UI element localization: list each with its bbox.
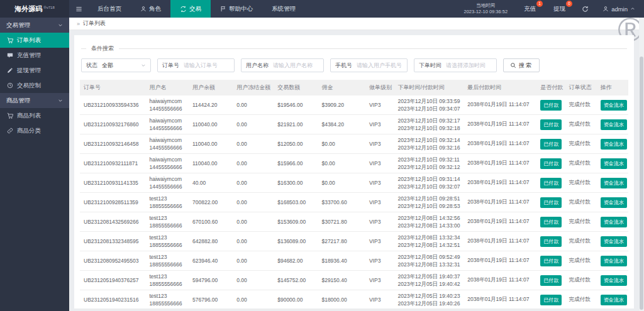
paid-status-button[interactable]: 已付款 (540, 197, 562, 208)
paid-status-button[interactable]: 已付款 (540, 178, 562, 188)
user-phone-text: 18855556666 (150, 241, 186, 249)
exchange-icon (180, 6, 187, 13)
status-cell: 完成付款 (565, 212, 597, 232)
vertical-scrollbar[interactable] (639, 18, 644, 311)
menu-item-label: 角色 (149, 5, 161, 13)
user-cell: test123 18855556666 (146, 271, 189, 290)
fund-flow-button[interactable]: 资金流水 (601, 197, 627, 208)
hamburger-icon (75, 6, 82, 13)
sidebar-item-goods-list[interactable]: 商品列表 (0, 108, 69, 123)
pay-time-text: 2023年12月05日 19:40:26 (398, 300, 460, 307)
menu-item-trade[interactable]: 交易 (170, 0, 211, 18)
sidebar-item-label: 商品列表 (17, 112, 41, 120)
amount-cell: $136089.00 (274, 232, 318, 251)
user-phone-text: 18855556666 (150, 202, 186, 210)
paid-cell: 已付款 (536, 290, 565, 310)
sidebar-group-trade[interactable]: 交易管理 (0, 18, 69, 33)
paid-status-button[interactable]: 已付款 (540, 158, 562, 169)
amount-cell: $21921.00 (274, 115, 318, 134)
sidebar-toggle-button[interactable] (69, 0, 88, 18)
user-menu[interactable]: admin (596, 0, 644, 18)
amount-cell: $94682.00 (274, 251, 318, 271)
status-select[interactable]: 状态 全部 (81, 58, 151, 72)
link-icon (7, 128, 13, 134)
commission-cell: $18000.00 (318, 290, 365, 310)
pay-time-text: 2023年12月08日 14:32:51 (398, 241, 460, 249)
status-cell: 完成付款 (565, 154, 597, 173)
user-name-input[interactable] (273, 62, 323, 68)
fund-flow-button[interactable]: 资金流水 (601, 236, 627, 247)
menu-item-home[interactable]: 后台首页 (88, 0, 131, 18)
last-pay-time-cell: 2038年01月19日 11:14:07 (464, 173, 536, 193)
col-order-no: 订单号 (80, 80, 146, 95)
sidebar-item-goods-category[interactable]: 商品分类 (0, 123, 69, 138)
last-pay-time-cell: 2038年01月19日 11:14:07 (464, 193, 536, 212)
sidebar-item-recharge[interactable]: 充值管理 (0, 48, 69, 63)
sidebar-group-goods[interactable]: 商品管理 (0, 93, 69, 108)
amount-cell: $153609.00 (274, 212, 318, 232)
fund-flow-button[interactable]: 资金流水 (601, 158, 627, 169)
phone-input[interactable] (357, 62, 407, 68)
order-time-input[interactable] (446, 62, 496, 68)
fund-flow-button[interactable]: 资金流水 (601, 139, 627, 150)
user-name-text: haiwaiymcom (150, 117, 186, 124)
recharge-badge: 1 (536, 1, 543, 7)
sidebar-item-withdraw[interactable]: 提现管理 (0, 63, 69, 78)
paid-status-button[interactable]: 已付款 (540, 100, 562, 111)
paid-status-button[interactable]: 已付款 (540, 119, 562, 130)
col-last-pay-time: 最后付款时间 (464, 80, 536, 95)
menu-item-role[interactable]: 角色 (131, 0, 170, 18)
chevron-up-icon (630, 6, 635, 11)
order-pay-time-cell: 2023年12月08日 13:32:34 2023年12月08日 14:32:5… (394, 232, 464, 251)
frozen-cell: 0.00 (233, 134, 274, 154)
menu-item-help[interactable]: 帮助中心 (211, 0, 262, 18)
order-no-input[interactable] (184, 62, 234, 68)
user-phone-text: 14455556666 (150, 144, 186, 151)
withdraw-button[interactable]: 提现 0 (545, 0, 574, 18)
table-row: UB2312100932146458 haiwaiymcom 144555566… (80, 134, 628, 154)
paid-status-button[interactable]: 已付款 (540, 275, 562, 286)
fund-flow-button[interactable]: 资金流水 (601, 256, 627, 266)
paid-status-button[interactable]: 已付款 (540, 217, 562, 227)
menu-item-system[interactable]: 系统管理 (262, 0, 305, 18)
paid-status-button[interactable]: 已付款 (540, 256, 562, 266)
fund-flow-button[interactable]: 资金流水 (601, 178, 627, 188)
fund-flow-button[interactable]: 资金流水 (601, 100, 627, 111)
frozen-cell: 0.00 (233, 232, 274, 251)
paid-status-button[interactable]: 已付款 (540, 236, 562, 247)
paid-status-button[interactable]: 已付款 (540, 139, 562, 150)
fund-flow-button[interactable]: 资金流水 (601, 217, 627, 227)
cart-icon (7, 37, 13, 43)
paid-status-button[interactable]: 已付款 (540, 295, 562, 305)
order-no-cell: UB2312100932111871 (80, 154, 146, 173)
user-name-text: test123 (150, 234, 186, 241)
user-name-text: haiwaiymcom (150, 156, 186, 163)
search-button[interactable]: 搜索 (503, 58, 540, 72)
fund-flow-button[interactable]: 资金流水 (601, 119, 627, 130)
col-commission: 佣金 (318, 80, 365, 95)
fund-flow-button[interactable]: 资金流水 (601, 275, 627, 286)
amount-cell: $12050.00 (274, 134, 318, 154)
refresh-button[interactable] (574, 0, 596, 18)
chevron-down-icon (141, 63, 146, 68)
scrollbar-thumb[interactable] (640, 57, 643, 310)
fund-flow-button[interactable]: 资金流水 (601, 295, 627, 305)
recharge-button[interactable]: 充值 1 (515, 0, 545, 18)
balance-cell: 40.00 (189, 173, 233, 193)
user-name-text: test123 (150, 253, 186, 261)
commission-cell: $3909.20 (318, 95, 365, 115)
commission-cell: $30721.80 (318, 212, 365, 232)
sidebar-item-order-list[interactable]: 订单列表 (0, 33, 69, 48)
table-row: UB2312051940231516 test123 18855556666 5… (80, 290, 628, 310)
level-cell: VIP3 (365, 271, 394, 290)
commission-cell: $27217.80 (318, 232, 365, 251)
sidebar-item-trade-control[interactable]: 交易控制 (0, 78, 69, 93)
status-cell: 完成付款 (565, 251, 597, 271)
status-cell: 完成付款 (565, 95, 597, 115)
order-time-text: 2023年12月10日 09:28:51 (398, 195, 460, 202)
actions-cell: 资金流水 (597, 290, 628, 310)
last-pay-time-cell: 2038年01月19日 11:14:07 (464, 290, 536, 310)
user-cell: haiwaiymcom 14455556666 (146, 95, 189, 115)
commission-cell: $18936.40 (318, 251, 365, 271)
status-cell: 完成付款 (565, 115, 597, 134)
